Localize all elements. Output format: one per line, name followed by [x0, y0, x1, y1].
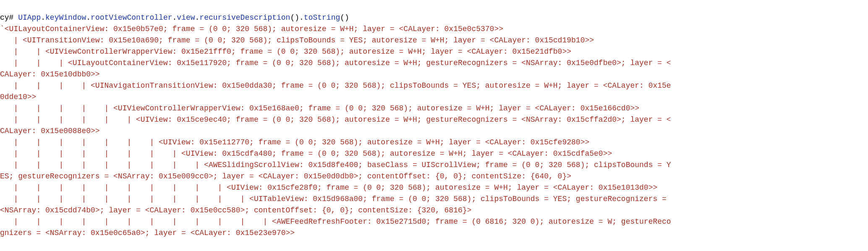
cmd-token: keyWindow	[45, 13, 86, 22]
cmd-token: UIApp	[18, 13, 41, 22]
prompt: cy#	[0, 13, 18, 22]
cmd-token: .	[41, 13, 45, 22]
cmd-token: .	[173, 13, 177, 22]
cmd-token: ()	[290, 13, 299, 22]
cmd-token: rootViewController	[91, 13, 172, 22]
cmd-token: ()	[340, 13, 349, 22]
cmd-token: view	[177, 13, 195, 22]
cmd-token: .	[195, 13, 200, 22]
cmd-token: .	[86, 13, 91, 22]
terminal-output: cy# UIApp.keyWindow.rootViewController.v…	[0, 0, 868, 251]
view-hierarchy-output: `<UILayoutContainerView: 0x15e0b57e0; fr…	[0, 24, 868, 239]
cmd-token: toString	[304, 13, 340, 22]
cmd-token: recursiveDescription	[199, 13, 290, 22]
command-line: cy# UIApp.keyWindow.rootViewController.v…	[0, 12, 868, 24]
command-expression: UIApp.keyWindow.rootViewController.view.…	[18, 13, 349, 22]
cmd-token: .	[299, 13, 304, 22]
